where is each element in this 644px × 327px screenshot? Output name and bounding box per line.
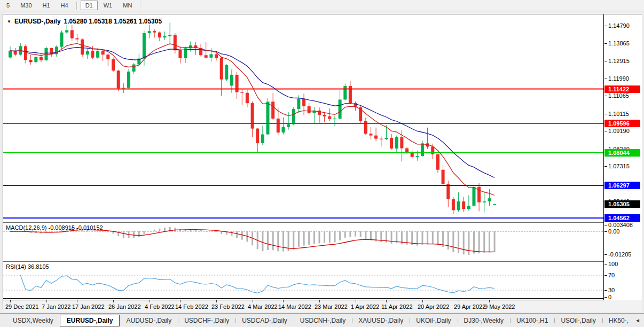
current-price-badge: 1.05305 xyxy=(604,200,640,208)
time-scale[interactable]: 29 Dec 20217 Jan 202217 Jan 202226 Jan 2… xyxy=(3,300,642,312)
date-axis-label: 7 Jan 2022 xyxy=(42,303,70,310)
chart-tab-dj30-weekly[interactable]: DJ30-,Weekly xyxy=(458,315,510,326)
date-axis-tick xyxy=(489,300,490,302)
date-axis-tick xyxy=(10,300,11,302)
date-axis-tick xyxy=(283,300,284,302)
chart-tab-usdx-weekly[interactable]: USDX,Weekly xyxy=(6,315,60,326)
tab-scroll-arrows: ◄► xyxy=(635,317,644,323)
rsi-indicator-label: RSI(14) 36.8105 xyxy=(6,263,49,270)
tabs-scroll-left-button[interactable]: ◄ xyxy=(635,317,640,323)
toolbar-separator xyxy=(76,2,77,10)
timeframe-button-mn[interactable]: MN xyxy=(118,1,137,10)
macd-axis-tick: -0.01205 xyxy=(608,251,631,258)
rsi-axis-tick: 0 xyxy=(608,294,611,300)
timeframe-button-m30[interactable]: M30 xyxy=(15,1,36,10)
chart-ohlc-values: 1.05280 1.05318 1.05261 1.05305 xyxy=(64,18,162,25)
timeframe-toolbar: 5M30H1H4D1W1MN xyxy=(0,0,644,11)
macd-indicator-label: MACD(12,26,9) -0.008915 -0.010152 xyxy=(6,224,103,231)
date-axis-tick xyxy=(356,300,356,302)
price-axis-tick: 1.09190 xyxy=(608,128,630,134)
price-level-badge: 1.11422 xyxy=(604,85,640,93)
macd-axis-tick: 0.003408 xyxy=(608,222,633,228)
date-axis-label: 23 Feb 2022 xyxy=(211,303,245,310)
timeframe-button-h1[interactable]: H1 xyxy=(38,1,55,10)
price-chart[interactable] xyxy=(3,16,603,222)
rsi-axis-tick: 100 xyxy=(608,261,618,267)
chart-tab-usdcnh-daily[interactable]: USDCNH-,Daily xyxy=(294,315,352,326)
price-level-badge: 1.06297 xyxy=(604,182,640,189)
price-axis-tick: 1.14790 xyxy=(608,22,630,29)
price-scale[interactable]: 1.147901.138651.129151.119901.110651.101… xyxy=(604,14,642,300)
date-axis-label: 14 Feb 2022 xyxy=(175,303,208,310)
chart-symbol-label: EURUSD-,Daily xyxy=(14,18,61,25)
symbol-dropdown-icon[interactable]: ▼ xyxy=(7,19,11,24)
date-axis-label: 4 Mar 2022 xyxy=(248,303,278,310)
rsi-panel-chart[interactable] xyxy=(3,262,603,299)
price-level-badge: 1.08044 xyxy=(604,149,640,157)
date-axis-tick xyxy=(180,300,180,302)
timeframe-button-5[interactable]: 5 xyxy=(2,1,14,10)
date-axis-tick xyxy=(422,300,423,302)
date-axis-label: 9 May 2022 xyxy=(484,303,515,310)
panel-separator[interactable] xyxy=(3,222,642,223)
price-axis-tick: 1.11990 xyxy=(608,75,629,82)
chart-tab-usdcad-daily[interactable]: USDCAD-,Daily xyxy=(235,315,294,326)
chart-tabs: USDX,WeeklyEURUSD-,DailyAUDUSD-,DailyUSD… xyxy=(0,313,644,327)
date-axis-tick xyxy=(77,300,77,302)
panel-separator[interactable] xyxy=(3,261,642,262)
toolbar-separator xyxy=(140,2,141,10)
price-level-badge: 1.04562 xyxy=(604,214,640,222)
date-axis-label: 4 Feb 2022 xyxy=(145,303,175,310)
date-axis-label: 23 Mar 2022 xyxy=(315,303,348,310)
price-level-badge: 1.09596 xyxy=(604,120,640,127)
date-axis-tick xyxy=(319,300,320,302)
date-axis-label: 17 Jan 2022 xyxy=(72,303,105,310)
chart-tab-ukoil-daily[interactable]: UKOil-,Daily xyxy=(410,315,457,326)
chart-tab-hk50[interactable]: HK50-, xyxy=(602,315,635,326)
timeframe-button-w1[interactable]: W1 xyxy=(99,1,117,10)
chart-tab-usoil-daily[interactable]: USOil-,Daily xyxy=(554,315,602,326)
chart-tab-usdchf-daily[interactable]: USDCHF-,Daily xyxy=(178,315,235,326)
date-axis-label: 1 Apr 2022 xyxy=(351,303,379,310)
timeframe-button-d1[interactable]: D1 xyxy=(81,1,98,10)
date-axis-tick xyxy=(216,300,217,302)
date-axis-tick xyxy=(150,300,150,302)
rsi-axis-tick: 30 xyxy=(608,287,615,293)
chart-tab-uk100-h1[interactable]: UK100-,H1 xyxy=(510,315,554,326)
date-axis-tick xyxy=(253,300,253,302)
macd-axis-tick: 0.00 xyxy=(608,228,619,235)
price-axis-tick: 1.10115 xyxy=(608,111,629,117)
date-axis-label: 20 Apr 2022 xyxy=(418,303,449,310)
price-axis-tick: 1.12915 xyxy=(608,58,630,64)
rsi-axis-tick: 70 xyxy=(608,272,615,278)
chart-tab-xauusd-daily[interactable]: XAUUSD-,Daily xyxy=(352,315,410,326)
date-axis-tick xyxy=(459,300,459,302)
price-axis-tick: 1.07315 xyxy=(608,163,630,169)
price-axis-tick: 1.11065 xyxy=(608,92,629,99)
trading-platform-screen: 5M30H1H4D1W1MN ▼ EURUSD-,Daily 1.05280 1… xyxy=(0,0,644,327)
chart-tab-eurusd-daily[interactable]: EURUSD-,Daily xyxy=(60,315,120,326)
date-axis-label: 26 Jan 2022 xyxy=(108,303,141,310)
date-axis-tick xyxy=(386,300,387,302)
date-axis-label: 14 Mar 2022 xyxy=(278,303,311,310)
price-axis-tick: 1.13865 xyxy=(608,40,630,46)
chart-tab-audusd-daily[interactable]: AUDUSD-,Daily xyxy=(120,315,178,326)
date-axis-label: 29 Apr 2022 xyxy=(454,303,485,310)
date-axis-tick xyxy=(46,300,47,302)
date-axis-label: 29 Dec 2021 xyxy=(5,303,38,310)
date-axis-tick xyxy=(113,300,114,302)
date-axis-label: 11 Apr 2022 xyxy=(381,303,413,310)
chart-title[interactable]: ▼ EURUSD-,Daily 1.05280 1.05318 1.05261 … xyxy=(7,18,162,25)
timeframe-button-h4[interactable]: H4 xyxy=(56,1,73,10)
